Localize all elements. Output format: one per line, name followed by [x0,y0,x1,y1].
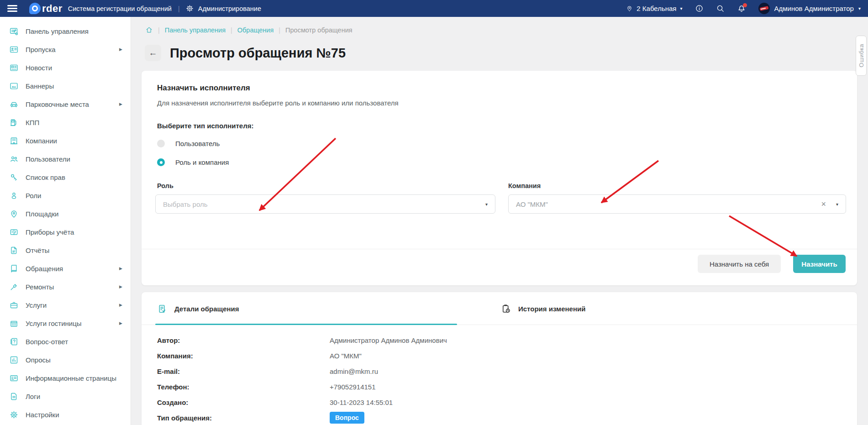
sidebar-item-label: Услуги [26,301,119,309]
back-button[interactable]: ← [145,45,161,61]
sidebar-item-users[interactable]: Пользователи ▶ [0,150,131,168]
sidebar-item-label: Настройки [26,411,122,419]
sidebar-item-icon [9,154,19,164]
chevron-right-icon: ▶ [119,321,122,325]
sidebar-item-label: Логи [26,393,122,400]
tab-history[interactable]: История изменений [501,292,585,325]
sidebar-item-parking[interactable]: Парковочные места ▶ [0,95,131,113]
sidebar-item-faq[interactable]: Вопрос-ответ ▶ [0,332,131,351]
detail-row-label: Автор: [157,336,330,344]
sidebar-item-icon [9,282,19,292]
avatar [758,3,770,14]
breadcrumb-separator: | [231,26,232,34]
tab-label: История изменений [518,305,585,313]
sidebar-item-label: Панель управления [26,27,122,35]
sidebar-item-icon [9,209,19,219]
admin-section[interactable]: Администрирование [185,4,261,13]
sidebar-item-key[interactable]: Список прав ▶ [0,168,131,186]
sidebar-item-log[interactable]: Логи ▶ [0,387,131,405]
notification-badge [743,3,747,7]
company-select-value: АО "МКМ" [516,200,821,208]
role-field-label: Роль [157,182,174,189]
detail-row-value: admin@mkm.ru [330,367,378,375]
sidebar-item-settings[interactable]: Настройки ▶ [0,405,131,424]
sidebar-item-icon [9,136,19,146]
tab-label: Детали обращения [174,305,239,313]
tab-icon [157,304,168,314]
notifications-button[interactable] [737,4,746,13]
breadcrumb-item: Просмотр обращения [285,26,352,34]
home-icon[interactable] [145,26,153,34]
sidebar-item-icon [9,227,19,237]
sidebar-item-pin[interactable]: Площадки ▶ [0,205,131,223]
header-divider: | [178,5,180,12]
chevron-down-icon: ▾ [836,202,838,207]
chevron-down-icon: ▾ [485,202,488,207]
chevron-down-icon: ▾ [680,6,683,11]
sidebar-item-label: Список прав [26,173,122,181]
detail-row: Телефон: +79052914151 [142,379,857,394]
sidebar-item-label: Приборы учёта [26,228,122,236]
location-selector[interactable]: 2 Кабельная ▾ [626,5,682,12]
detail-row-value: АО "МКМ" [330,352,362,360]
sidebar-item-repair[interactable]: Ремонты ▶ [0,278,131,296]
sidebar-item-icon [9,355,19,365]
breadcrumb-item[interactable]: Панель управления [165,26,226,34]
detail-row-label: Тип обращения: [157,414,330,422]
card-footer-divider [142,249,857,249]
company-select[interactable]: АО "МКМ" × ▾ [508,194,846,214]
sidebar-item-icon [9,373,19,383]
sidebar-item-icon [9,191,19,200]
app-logo[interactable]: rder [29,3,63,14]
radio-label: Пользователь [175,140,220,147]
error-tab-label: Ошибка [858,44,865,67]
sidebar-item-meter[interactable]: Приборы учёта ▶ [0,223,131,241]
tab-details[interactable]: Детали обращения [157,292,239,325]
clear-icon[interactable]: × [821,200,826,208]
sidebar-item-icon [9,264,19,273]
sidebar-item-dashboard[interactable]: Панель управления ▶ [0,22,131,40]
detail-row-value: 30-11-2023 14:55:01 [330,399,393,406]
sidebar-item-kpp[interactable]: КПП ▶ [0,113,131,131]
search-icon[interactable] [716,4,725,13]
sidebar-item-company[interactable]: Компании ▶ [0,131,131,150]
executor-type-radio[interactable]: Роль и компания [157,158,229,166]
detail-row-label: E-mail: [157,367,330,375]
breadcrumb-item[interactable]: Обращения [237,26,274,34]
sidebar-item-icon [9,300,19,310]
sidebar-item-label: Услуги гостиницы [26,320,119,327]
executor-type-label: Выберите тип исполнителя: [157,122,253,130]
breadcrumb-separator: | [279,26,280,34]
sidebar-item-pass[interactable]: Пропуска ▶ [0,40,131,58]
sidebar-item-banner[interactable]: Баннеры ▶ [0,77,131,95]
detail-row-label: Телефон: [157,383,330,391]
role-select[interactable]: Выбрать роль ▾ [155,194,495,214]
sidebar-item-person[interactable]: Роли ▶ [0,186,131,205]
top-bar: rder Система регистрации обращений | Адм… [0,0,868,17]
sidebar-item-survey[interactable]: Опросы ▶ [0,351,131,369]
sidebar-item-label: Опросы [26,356,122,364]
executor-type-radio[interactable]: Пользователь [157,140,220,147]
sidebar-item-service[interactable]: Услуги ▶ [0,296,131,314]
location-label: 2 Кабельная [637,5,676,12]
sidebar-item-label: Баннеры [26,82,122,90]
detail-row: E-mail: admin@mkm.ru [142,363,857,379]
user-menu[interactable]: Админов Администратор ▾ [758,3,861,14]
error-feedback-tab[interactable]: Ошибка [856,36,867,76]
assign-to-self-button[interactable]: Назначить на себя [698,255,781,273]
sidebar-item-appeal[interactable]: Обращения ▶ [0,259,131,278]
detail-row-label: Создано: [157,399,330,406]
assign-button[interactable]: Назначить [793,255,846,273]
hamburger-menu-icon[interactable] [7,5,17,12]
sidebar-item-hotel[interactable]: Услуги гостиницы ▶ [0,314,131,332]
detail-row: Автор: Администратор Админов Админович [142,332,857,348]
sidebar-item-news[interactable]: Новости ▶ [0,58,131,77]
sidebar-item-report[interactable]: Отчёты ▶ [0,241,131,259]
sidebar-item-label: Пропуска [26,46,119,53]
info-icon[interactable] [695,4,704,13]
chevron-right-icon: ▶ [119,102,122,106]
company-field-label: Компания [508,182,541,189]
sidebar-item-icon [9,26,19,36]
sidebar-item-infopage[interactable]: Информационные страницы ▶ [0,369,131,387]
detail-row-value: +79052914151 [330,383,376,391]
